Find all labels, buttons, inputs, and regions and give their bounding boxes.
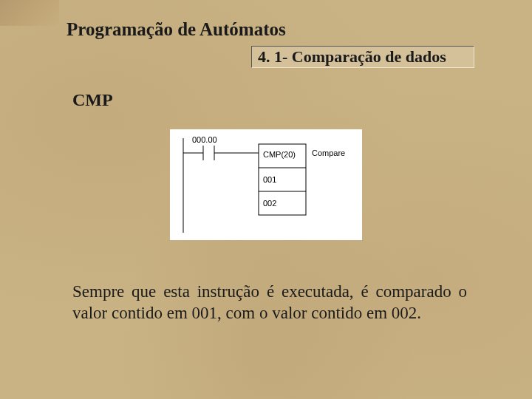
subtitle-text: 4. 1- Comparação de dados: [258, 47, 446, 66]
subtitle-bar: 4. 1- Comparação de dados: [251, 46, 474, 68]
rung-address-label: 000.00: [192, 135, 217, 144]
operand1-label: 001: [263, 175, 276, 184]
body-paragraph: Sempre que esta instrução é executada, é…: [72, 281, 467, 324]
box-side-label: Compare: [312, 149, 345, 157]
section-heading: CMP: [72, 90, 113, 110]
box-title-label: CMP(20): [263, 150, 296, 159]
operand2-label: 002: [263, 199, 276, 208]
page-title: Programação de Autómatos: [66, 19, 286, 40]
ladder-diagram: 000.00 CMP(20) Compare 001 002: [170, 129, 362, 240]
decorative-corner: [0, 0, 59, 26]
